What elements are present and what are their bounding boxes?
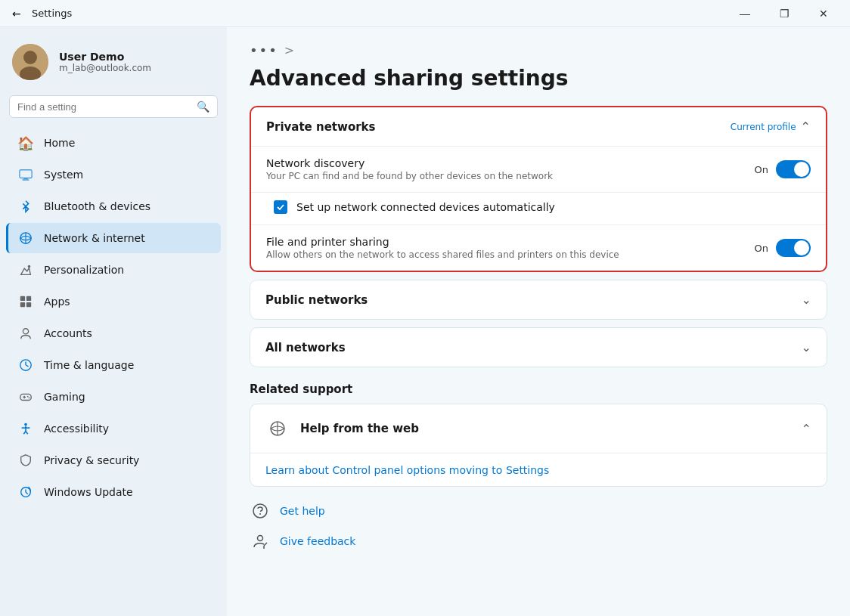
search-box[interactable]: 🔍	[9, 95, 218, 118]
user-email: m_lab@outlook.com	[59, 63, 151, 73]
public-chevron-down-icon: ⌄	[802, 293, 811, 307]
sidebar-item-label-windows-update: Windows Update	[44, 486, 133, 498]
accessibility-icon	[18, 421, 33, 436]
search-input[interactable]	[17, 101, 191, 113]
titlebar-controls: — ❐ ✕	[727, 2, 841, 26]
search-icon: 🔍	[197, 101, 209, 113]
current-profile-text: Current profile	[731, 122, 796, 132]
all-networks-section: All networks ⌄	[250, 327, 827, 367]
sidebar-item-label-accessibility: Accessibility	[44, 423, 109, 435]
help-header[interactable]: Help from the web ⌃	[250, 404, 827, 453]
breadcrumb-sep: >	[284, 43, 294, 57]
app-body: User Demo m_lab@outlook.com 🔍 🏠 Home Sys…	[0, 27, 850, 616]
private-networks-section: Private networks Current profile ⌃ Netwo…	[250, 106, 827, 272]
sidebar-item-label-network: Network & internet	[44, 232, 145, 244]
personalization-icon	[18, 262, 33, 277]
sidebar-item-label-accounts: Accounts	[44, 327, 92, 339]
svg-point-31	[259, 513, 261, 515]
sidebar-item-label-privacy: Privacy & security	[44, 454, 139, 466]
titlebar-left: ← Settings	[12, 8, 72, 20]
sidebar-item-apps[interactable]: Apps	[6, 286, 221, 317]
svg-point-20	[27, 396, 29, 398]
chevron-up-icon: ⌃	[801, 119, 811, 134]
maximize-button[interactable]: ❐	[767, 2, 802, 26]
network-discovery-toggle[interactable]	[776, 160, 811, 178]
accounts-icon	[18, 326, 33, 341]
network-discovery-row: Network discovery Your PC can find and b…	[251, 147, 826, 192]
breadcrumb: ••• >	[250, 42, 827, 58]
time-icon	[18, 358, 33, 373]
get-help-icon	[250, 500, 271, 522]
back-icon[interactable]: ←	[12, 8, 24, 20]
sidebar-item-label-apps: Apps	[44, 296, 70, 308]
network-discovery-control: On	[755, 160, 811, 178]
page-title: Advanced sharing settings	[250, 66, 827, 91]
sidebar-item-label-gaming: Gaming	[44, 391, 85, 403]
sidebar-item-accounts[interactable]: Accounts	[6, 318, 221, 348]
sidebar-item-network[interactable]: Network & internet	[6, 223, 221, 253]
app-title: Settings	[32, 8, 72, 19]
svg-line-16	[26, 365, 29, 367]
network-discovery-status: On	[755, 164, 768, 175]
bluetooth-icon	[18, 199, 33, 214]
network-discovery-info: Network discovery Your PC can find and b…	[266, 157, 755, 181]
svg-line-33	[264, 543, 267, 546]
privacy-icon	[18, 453, 33, 468]
sidebar-item-windows-update[interactable]: Windows Update	[6, 477, 221, 507]
svg-rect-9	[20, 296, 25, 301]
sidebar-item-label-personalization: Personalization	[44, 264, 124, 276]
sidebar-item-time[interactable]: Time & language	[6, 350, 221, 380]
sidebar-item-gaming[interactable]: Gaming	[6, 382, 221, 412]
svg-point-8	[28, 265, 31, 268]
svg-point-32	[258, 536, 263, 541]
give-feedback-label[interactable]: Give feedback	[280, 535, 355, 547]
get-help-row[interactable]: Get help	[250, 500, 827, 522]
user-name: User Demo	[59, 51, 151, 63]
titlebar: ← Settings — ❐ ✕	[0, 0, 850, 27]
file-printer-desc: Allow others on the network to access sh…	[266, 249, 755, 260]
related-support-title: Related support	[250, 382, 827, 396]
current-profile-badge: Current profile ⌃	[731, 119, 811, 134]
auto-setup-checkbox[interactable]	[274, 200, 287, 214]
avatar	[12, 44, 48, 80]
public-networks-title: Public networks	[265, 293, 368, 307]
file-printer-row: File and printer sharing Allow others on…	[251, 225, 826, 271]
sidebar-item-label-system: System	[44, 169, 83, 181]
svg-point-13	[23, 329, 28, 334]
sidebar: User Demo m_lab@outlook.com 🔍 🏠 Home Sys…	[0, 27, 227, 616]
help-from-web-label: Help from the web	[300, 422, 419, 435]
svg-rect-5	[23, 179, 29, 180]
sidebar-item-system[interactable]: System	[6, 159, 221, 190]
sidebar-item-label-home: Home	[44, 137, 75, 149]
file-printer-info: File and printer sharing Allow others on…	[266, 236, 755, 260]
network-discovery-desc: Your PC can find and be found by other d…	[266, 171, 755, 181]
sidebar-item-personalization[interactable]: Personalization	[6, 255, 221, 285]
system-icon	[18, 167, 33, 182]
svg-point-22	[24, 423, 27, 426]
private-networks-header[interactable]: Private networks Current profile ⌃	[251, 107, 826, 146]
sidebar-item-privacy[interactable]: Privacy & security	[6, 445, 221, 475]
get-help-label[interactable]: Get help	[280, 505, 325, 517]
sidebar-item-home[interactable]: 🏠 Home	[6, 128, 221, 158]
file-printer-label: File and printer sharing	[266, 236, 755, 248]
minimize-button[interactable]: —	[727, 2, 762, 26]
all-networks-title: All networks	[265, 341, 346, 354]
learn-link-row: Learn about Control panel options moving…	[250, 453, 827, 486]
help-chevron-up-icon: ⌃	[802, 422, 811, 436]
give-feedback-row[interactable]: Give feedback	[250, 531, 827, 552]
all-networks-header[interactable]: All networks ⌄	[250, 328, 827, 367]
sidebar-item-bluetooth[interactable]: Bluetooth & devices	[6, 191, 221, 221]
svg-line-26	[26, 432, 28, 435]
public-networks-section: Public networks ⌄	[250, 280, 827, 320]
sidebar-item-accessibility[interactable]: Accessibility	[6, 413, 221, 444]
breadcrumb-dots[interactable]: •••	[250, 42, 278, 58]
close-button[interactable]: ✕	[806, 2, 841, 26]
learn-link[interactable]: Learn about Control panel options moving…	[265, 464, 549, 476]
help-web-icon	[265, 416, 290, 441]
auto-setup-label: Set up network connected devices automat…	[296, 201, 555, 213]
svg-rect-12	[26, 302, 31, 307]
svg-point-1	[23, 51, 37, 64]
network-icon	[18, 231, 33, 246]
file-printer-toggle[interactable]	[776, 239, 811, 257]
public-networks-header[interactable]: Public networks ⌄	[250, 280, 827, 319]
